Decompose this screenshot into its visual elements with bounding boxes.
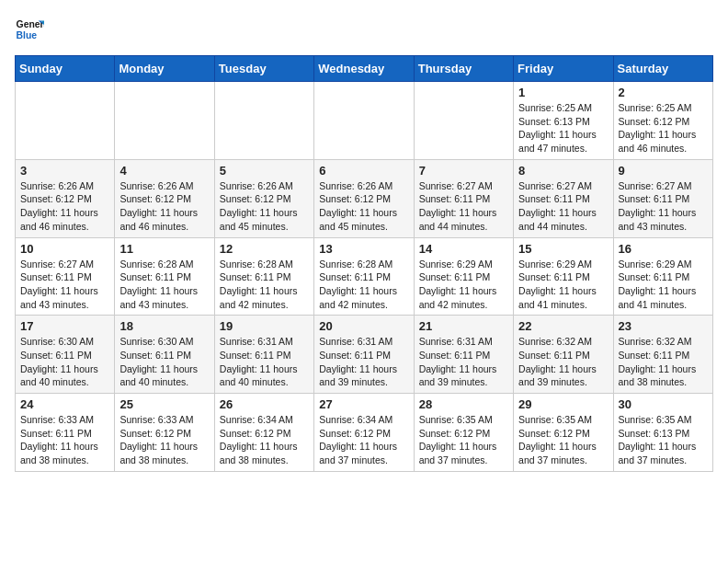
day-info: Sunrise: 6:33 AM Sunset: 6:12 PM Dayligh… — [119, 413, 209, 467]
day-info: Sunrise: 6:30 AM Sunset: 6:11 PM Dayligh… — [20, 335, 109, 389]
dow-header-thursday: Thursday — [414, 56, 513, 82]
logo: General Blue — [15, 15, 44, 44]
day-number: 14 — [419, 242, 508, 256]
calendar-cell: 28Sunrise: 6:35 AM Sunset: 6:12 PM Dayli… — [414, 394, 513, 472]
calendar-cell: 18Sunrise: 6:30 AM Sunset: 6:11 PM Dayli… — [115, 316, 214, 394]
day-info: Sunrise: 6:35 AM Sunset: 6:13 PM Dayligh… — [619, 413, 708, 467]
calendar-cell: 19Sunrise: 6:31 AM Sunset: 6:11 PM Dayli… — [214, 316, 313, 394]
calendar-cell: 6Sunrise: 6:26 AM Sunset: 6:12 PM Daylig… — [314, 159, 414, 237]
calendar-cell — [414, 82, 513, 160]
day-info: Sunrise: 6:34 AM Sunset: 6:12 PM Dayligh… — [220, 413, 309, 467]
day-info: Sunrise: 6:31 AM Sunset: 6:11 PM Dayligh… — [319, 335, 408, 389]
calendar-cell: 12Sunrise: 6:28 AM Sunset: 6:11 PM Dayli… — [214, 237, 313, 316]
calendar-cell: 27Sunrise: 6:34 AM Sunset: 6:12 PM Dayli… — [314, 394, 414, 472]
calendar-cell: 1Sunrise: 6:25 AM Sunset: 6:13 PM Daylig… — [514, 82, 613, 160]
day-info: Sunrise: 6:25 AM Sunset: 6:13 PM Dayligh… — [518, 101, 608, 155]
page-header: General Blue — [15, 15, 713, 44]
calendar-cell: 8Sunrise: 6:27 AM Sunset: 6:11 PM Daylig… — [514, 159, 613, 237]
day-number: 18 — [119, 319, 209, 333]
calendar-cell: 26Sunrise: 6:34 AM Sunset: 6:12 PM Dayli… — [214, 394, 313, 472]
calendar-cell — [16, 82, 115, 160]
calendar-cell: 21Sunrise: 6:31 AM Sunset: 6:11 PM Dayli… — [414, 316, 513, 394]
calendar-cell: 25Sunrise: 6:33 AM Sunset: 6:12 PM Dayli… — [115, 394, 214, 472]
logo-icon: General Blue — [15, 15, 44, 44]
day-info: Sunrise: 6:29 AM Sunset: 6:11 PM Dayligh… — [518, 258, 608, 312]
day-number: 4 — [119, 164, 209, 178]
day-number: 28 — [419, 397, 508, 411]
dow-header-tuesday: Tuesday — [214, 56, 313, 82]
day-number: 27 — [319, 397, 408, 411]
calendar-cell: 29Sunrise: 6:35 AM Sunset: 6:12 PM Dayli… — [514, 394, 613, 472]
day-info: Sunrise: 6:27 AM Sunset: 6:11 PM Dayligh… — [419, 179, 508, 234]
calendar-cell: 5Sunrise: 6:26 AM Sunset: 6:12 PM Daylig… — [214, 159, 313, 237]
day-number: 12 — [220, 242, 309, 256]
calendar-cell: 11Sunrise: 6:28 AM Sunset: 6:11 PM Dayli… — [115, 237, 214, 316]
day-number: 21 — [419, 319, 508, 333]
day-number: 8 — [518, 164, 608, 178]
day-info: Sunrise: 6:26 AM Sunset: 6:12 PM Dayligh… — [119, 179, 209, 234]
calendar-cell: 15Sunrise: 6:29 AM Sunset: 6:11 PM Dayli… — [514, 237, 613, 316]
day-number: 9 — [619, 164, 708, 178]
day-info: Sunrise: 6:28 AM Sunset: 6:11 PM Dayligh… — [319, 258, 408, 312]
calendar-cell: 2Sunrise: 6:25 AM Sunset: 6:12 PM Daylig… — [613, 82, 712, 160]
day-info: Sunrise: 6:35 AM Sunset: 6:12 PM Dayligh… — [419, 413, 508, 467]
day-number: 17 — [20, 319, 109, 333]
dow-header-friday: Friday — [514, 56, 613, 82]
day-info: Sunrise: 6:25 AM Sunset: 6:12 PM Dayligh… — [619, 101, 708, 155]
day-number: 5 — [220, 164, 309, 178]
week-row-3: 10Sunrise: 6:27 AM Sunset: 6:11 PM Dayli… — [16, 237, 713, 316]
day-number: 23 — [619, 319, 708, 333]
dow-header-saturday: Saturday — [613, 56, 712, 82]
day-number: 7 — [419, 164, 508, 178]
day-number: 2 — [619, 86, 708, 99]
dow-header-monday: Monday — [115, 56, 214, 82]
day-info: Sunrise: 6:31 AM Sunset: 6:11 PM Dayligh… — [220, 335, 309, 389]
day-number: 20 — [319, 319, 408, 333]
day-info: Sunrise: 6:30 AM Sunset: 6:11 PM Dayligh… — [119, 335, 209, 389]
day-info: Sunrise: 6:29 AM Sunset: 6:11 PM Dayligh… — [619, 258, 708, 312]
day-number: 30 — [619, 397, 708, 411]
day-number: 1 — [518, 86, 608, 99]
day-info: Sunrise: 6:26 AM Sunset: 6:12 PM Dayligh… — [220, 179, 309, 234]
day-info: Sunrise: 6:27 AM Sunset: 6:11 PM Dayligh… — [518, 179, 608, 234]
week-row-2: 3Sunrise: 6:26 AM Sunset: 6:12 PM Daylig… — [16, 159, 713, 237]
calendar-cell: 23Sunrise: 6:32 AM Sunset: 6:11 PM Dayli… — [613, 316, 712, 394]
day-info: Sunrise: 6:35 AM Sunset: 6:12 PM Dayligh… — [518, 413, 608, 467]
day-number: 16 — [619, 242, 708, 256]
day-info: Sunrise: 6:26 AM Sunset: 6:12 PM Dayligh… — [319, 179, 408, 234]
day-info: Sunrise: 6:27 AM Sunset: 6:11 PM Dayligh… — [20, 258, 109, 312]
calendar-cell — [214, 82, 313, 160]
day-number: 22 — [518, 319, 608, 333]
day-number: 3 — [20, 164, 109, 178]
day-number: 11 — [119, 242, 209, 256]
week-row-4: 17Sunrise: 6:30 AM Sunset: 6:11 PM Dayli… — [16, 316, 713, 394]
calendar-cell — [115, 82, 214, 160]
day-number: 25 — [119, 397, 209, 411]
day-number: 6 — [319, 164, 408, 178]
day-number: 29 — [518, 397, 608, 411]
day-number: 15 — [518, 242, 608, 256]
day-info: Sunrise: 6:28 AM Sunset: 6:11 PM Dayligh… — [119, 258, 209, 312]
dow-header-wednesday: Wednesday — [314, 56, 414, 82]
dow-header-sunday: Sunday — [16, 56, 115, 82]
calendar-cell: 14Sunrise: 6:29 AM Sunset: 6:11 PM Dayli… — [414, 237, 513, 316]
calendar-cell: 7Sunrise: 6:27 AM Sunset: 6:11 PM Daylig… — [414, 159, 513, 237]
svg-text:Blue: Blue — [17, 30, 38, 40]
calendar-cell: 24Sunrise: 6:33 AM Sunset: 6:11 PM Dayli… — [16, 394, 115, 472]
day-number: 26 — [220, 397, 309, 411]
day-info: Sunrise: 6:31 AM Sunset: 6:11 PM Dayligh… — [419, 335, 508, 389]
calendar-cell: 9Sunrise: 6:27 AM Sunset: 6:11 PM Daylig… — [613, 159, 712, 237]
day-number: 10 — [20, 242, 109, 256]
day-number: 24 — [20, 397, 109, 411]
calendar-cell: 4Sunrise: 6:26 AM Sunset: 6:12 PM Daylig… — [115, 159, 214, 237]
calendar-cell: 10Sunrise: 6:27 AM Sunset: 6:11 PM Dayli… — [16, 237, 115, 316]
calendar-cell: 13Sunrise: 6:28 AM Sunset: 6:11 PM Dayli… — [314, 237, 414, 316]
day-number: 13 — [319, 242, 408, 256]
calendar-cell: 17Sunrise: 6:30 AM Sunset: 6:11 PM Dayli… — [16, 316, 115, 394]
week-row-1: 1Sunrise: 6:25 AM Sunset: 6:13 PM Daylig… — [16, 82, 713, 160]
day-info: Sunrise: 6:27 AM Sunset: 6:11 PM Dayligh… — [619, 179, 708, 234]
day-info: Sunrise: 6:29 AM Sunset: 6:11 PM Dayligh… — [419, 258, 508, 312]
day-info: Sunrise: 6:28 AM Sunset: 6:11 PM Dayligh… — [220, 258, 309, 312]
calendar-cell: 3Sunrise: 6:26 AM Sunset: 6:12 PM Daylig… — [16, 159, 115, 237]
calendar-table: SundayMondayTuesdayWednesdayThursdayFrid… — [15, 55, 713, 472]
